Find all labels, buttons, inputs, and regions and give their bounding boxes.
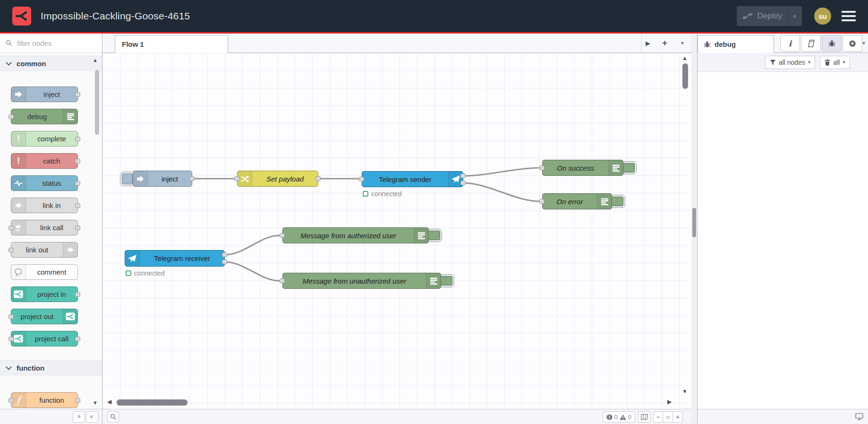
node-port[interactable] xyxy=(75,137,80,141)
canvas-scroll-down-icon[interactable]: ▼ xyxy=(682,388,688,395)
status-ring-icon xyxy=(363,191,368,197)
tab-debug[interactable]: debug xyxy=(698,35,774,53)
node-telegram-sender[interactable]: Telegram sender xyxy=(362,171,463,187)
canvas-scroll-right-icon[interactable]: ▶ xyxy=(667,398,672,405)
config-tab-button[interactable] xyxy=(842,35,862,52)
node-port[interactable] xyxy=(539,165,545,170)
canvas-search-button[interactable] xyxy=(107,411,119,423)
palette-node-link-call[interactable]: link call xyxy=(11,220,78,235)
node-on-success[interactable]: On success xyxy=(542,160,623,176)
palette-category-common[interactable]: common xyxy=(0,56,102,71)
node-port[interactable] xyxy=(75,337,80,341)
help-tab-button[interactable] xyxy=(801,35,821,52)
info-tab-button[interactable]: i xyxy=(780,35,800,52)
debug-message-list[interactable] xyxy=(698,72,868,409)
node-port[interactable] xyxy=(9,314,14,319)
node-port[interactable] xyxy=(75,292,80,297)
palette-node-status[interactable]: status xyxy=(11,175,78,191)
wire[interactable] xyxy=(463,168,540,176)
node-inject[interactable]: inject xyxy=(133,171,192,187)
deploy-caret-icon[interactable]: ▾ xyxy=(787,13,802,20)
node-port[interactable] xyxy=(9,225,14,230)
node-port[interactable] xyxy=(280,278,285,283)
palette-scrollbar-thumb[interactable] xyxy=(95,70,99,135)
palette-category-function[interactable]: function xyxy=(0,360,102,375)
wire[interactable] xyxy=(224,235,280,255)
node-port[interactable] xyxy=(75,225,80,230)
palette-node-inject[interactable]: inject xyxy=(11,87,78,102)
tab-flow-1[interactable]: Flow 1 xyxy=(115,35,228,53)
splitter-grip[interactable] xyxy=(692,208,696,237)
node-port[interactable] xyxy=(75,398,80,403)
node-port[interactable] xyxy=(315,176,321,181)
error-warning-counts[interactable]: 0 0 xyxy=(603,411,635,423)
zoom-out-button[interactable]: − xyxy=(653,411,663,423)
node-port[interactable] xyxy=(75,92,80,97)
node-msg-unauthorized[interactable]: Message from unautherized user xyxy=(282,273,441,289)
palette-node-catch[interactable]: ! catch xyxy=(11,153,78,169)
node-port[interactable] xyxy=(9,114,14,119)
scroll-tabs-right-icon[interactable]: ▶ xyxy=(646,34,650,52)
node-port[interactable] xyxy=(222,260,227,264)
node-port[interactable] xyxy=(222,252,227,257)
add-flow-button[interactable]: + xyxy=(662,34,667,52)
palette-node-project-out[interactable]: project out xyxy=(11,309,78,324)
node-port[interactable] xyxy=(460,173,466,178)
node-set-payload[interactable]: Set payload xyxy=(237,171,318,187)
palette-node-link-in[interactable]: link in xyxy=(11,198,78,213)
palette-node-function[interactable]: ƒ function xyxy=(11,392,78,408)
node-port[interactable] xyxy=(460,181,466,185)
palette-filter-input[interactable] xyxy=(16,39,89,48)
palette-node-link-out[interactable]: link out xyxy=(11,242,78,258)
node-port[interactable] xyxy=(9,398,14,403)
debug-filter-button[interactable]: all nodes ▾ xyxy=(765,56,816,69)
expand-all-categories-button[interactable]: » xyxy=(86,411,98,423)
node-port[interactable] xyxy=(539,199,545,204)
flow-canvas[interactable]: inject Set payload Telegram xyxy=(102,53,691,409)
sidebar-splitter[interactable] xyxy=(691,34,697,424)
canvas-hscrollbar-thumb[interactable] xyxy=(117,399,187,406)
navigator-map-button[interactable] xyxy=(638,411,650,423)
burger-bar xyxy=(842,15,856,17)
node-port[interactable] xyxy=(359,177,364,182)
bug-icon xyxy=(828,40,835,47)
node-on-error[interactable]: On error xyxy=(542,193,612,209)
canvas-scroll-left-icon[interactable]: ◀ xyxy=(107,398,111,405)
debug-tab-button[interactable] xyxy=(822,35,842,52)
node-port[interactable] xyxy=(234,176,239,181)
node-msg-authorized[interactable]: Message from autherized user xyxy=(282,227,429,243)
workspace: Flow 1 ▶ + ▾ inject xyxy=(102,34,691,424)
node-port[interactable] xyxy=(9,248,14,252)
node-port[interactable] xyxy=(9,337,14,341)
collapse-all-categories-button[interactable]: » xyxy=(73,411,85,423)
debug-list-icon xyxy=(597,194,612,209)
node-port[interactable] xyxy=(75,181,80,186)
zoom-reset-button[interactable]: ○ xyxy=(663,411,673,423)
palette-scroll-down-icon[interactable]: ▼ xyxy=(93,400,98,406)
deploy-button[interactable]: Deploy ▾ xyxy=(737,6,802,26)
debug-clear-button[interactable]: all ▾ xyxy=(820,56,850,69)
node-port[interactable] xyxy=(75,203,80,208)
zoom-in-button[interactable]: + xyxy=(673,411,683,423)
palette-node-complete[interactable]: ! complete xyxy=(11,131,78,147)
palette-node-debug[interactable]: debug xyxy=(11,109,78,124)
node-port[interactable] xyxy=(75,159,80,164)
wire[interactable] xyxy=(463,183,540,201)
user-avatar[interactable]: su xyxy=(814,8,831,25)
canvas-scroll-up-icon[interactable]: ▲ xyxy=(682,55,688,61)
node-port[interactable] xyxy=(189,176,195,181)
chevron-down-icon xyxy=(6,60,12,66)
open-debug-window-button[interactable] xyxy=(855,413,863,420)
wire[interactable] xyxy=(224,262,280,281)
main-menu-button[interactable] xyxy=(842,11,856,21)
flow-list-caret-icon[interactable]: ▾ xyxy=(681,34,684,52)
palette-scroll-up-icon[interactable]: ▲ xyxy=(93,58,98,63)
node-port[interactable] xyxy=(280,233,285,238)
palette-node-project-in[interactable]: project in xyxy=(11,286,78,302)
palette-node-project-call[interactable]: project call xyxy=(11,331,78,346)
node-telegram-receiver[interactable]: Telegram receiver xyxy=(125,250,225,267)
canvas-vscrollbar-thumb[interactable] xyxy=(682,63,688,89)
error-circle-icon xyxy=(606,414,613,420)
sidebar-menu-caret-icon[interactable]: ▾ xyxy=(862,34,865,52)
palette-node-comment[interactable]: comment xyxy=(11,264,78,280)
